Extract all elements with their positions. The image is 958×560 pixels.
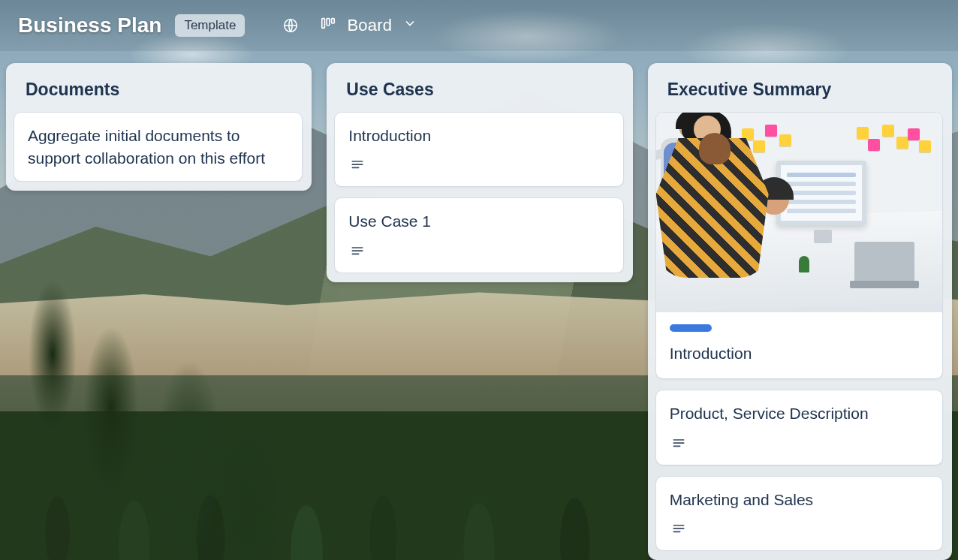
view-label: Board: [347, 16, 392, 35]
column-executive-summary: Executive Summary: [648, 63, 952, 560]
svg-rect-2: [327, 19, 330, 26]
description-icon: [671, 436, 686, 454]
description-icon: [350, 244, 365, 262]
card[interactable]: Use Case 1: [334, 197, 623, 272]
card[interactable]: Marketing and Sales: [655, 476, 943, 551]
chevron-down-icon: [402, 16, 417, 35]
card[interactable]: Introduction: [334, 112, 623, 187]
globe-icon[interactable]: [282, 17, 299, 34]
board-icon: [320, 15, 336, 36]
column-header[interactable]: Use Cases: [334, 63, 625, 112]
card-cover-image: [656, 113, 942, 312]
card-title: Product, Service Description: [670, 402, 929, 425]
column-header[interactable]: Documents: [14, 63, 304, 112]
board: Documents Aggregate initial documents to…: [0, 51, 958, 560]
description-icon: [350, 158, 365, 176]
card[interactable]: Product, Service Description: [655, 390, 943, 465]
svg-rect-3: [332, 19, 335, 23]
description-icon: [671, 522, 686, 540]
column-body: Introduction Product, Service Descriptio…: [655, 112, 944, 551]
view-switcher[interactable]: Board: [320, 15, 417, 36]
page-title[interactable]: Business Plan: [18, 14, 161, 38]
card[interactable]: Introduction: [655, 112, 943, 379]
card-title: Marketing and Sales: [670, 489, 929, 511]
svg-rect-1: [322, 19, 325, 29]
status-pill: [670, 324, 712, 332]
card[interactable]: Aggregate initial documents to support c…: [14, 112, 303, 182]
column-documents: Documents Aggregate initial documents to…: [6, 63, 312, 191]
column-body: Aggregate initial documents to support c…: [14, 112, 304, 182]
template-badge[interactable]: Template: [175, 14, 245, 37]
column-use-cases: Use Cases Introduction Use Case 1: [327, 63, 632, 282]
description-icon: [671, 375, 686, 379]
column-body: Introduction Use Case 1: [334, 112, 625, 273]
card-title: Introduction: [348, 125, 609, 147]
column-header[interactable]: Executive Summary: [655, 63, 944, 112]
card-title: Use Case 1: [348, 210, 609, 233]
card-title: Aggregate initial documents to support c…: [28, 125, 288, 170]
card-title: Introduction: [670, 342, 929, 365]
page-header: Business Plan Template Board: [0, 0, 958, 51]
